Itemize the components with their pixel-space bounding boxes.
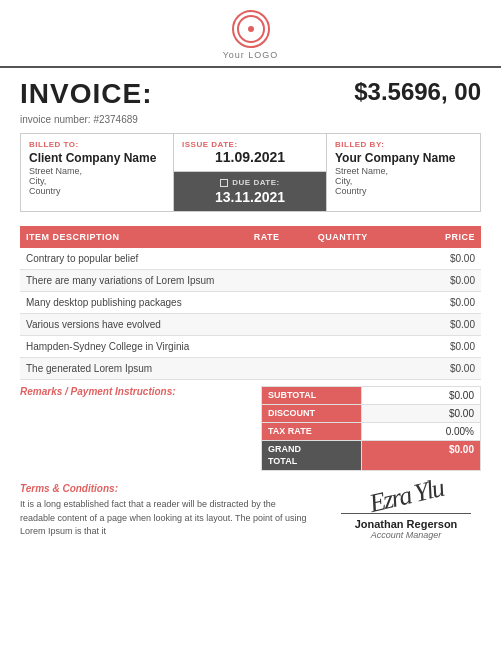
billed-to-value: Client Company Name bbox=[29, 151, 165, 165]
table-row: The generated Lorem Ipsum $0.00 bbox=[20, 358, 481, 380]
issue-date-cell: ISSUE DATE: 11.09.2021 bbox=[174, 134, 326, 172]
remarks-col: Remarks / Payment Instructions: bbox=[20, 386, 261, 471]
item-quantity bbox=[301, 358, 384, 380]
subtotal-value: $0.00 bbox=[362, 387, 481, 405]
due-date-cell: DUE DATE: 13.11.2021 bbox=[174, 172, 326, 211]
invoice-number: invoice number: #2374689 bbox=[0, 114, 501, 133]
col-price: PRICE bbox=[384, 226, 481, 248]
item-rate bbox=[232, 270, 301, 292]
terms-col: Terms & Conditions: It is a long establi… bbox=[20, 483, 331, 539]
item-quantity bbox=[301, 314, 384, 336]
tax-value: 0.00% bbox=[362, 423, 481, 441]
table-body: Contrary to popular belief $0.00 There a… bbox=[20, 248, 481, 380]
billed-to-sub: Street Name,City,Country bbox=[29, 166, 165, 196]
item-rate bbox=[232, 248, 301, 270]
terms-label: Terms & Conditions: bbox=[20, 483, 311, 494]
issue-date-value: 11.09.2021 bbox=[182, 149, 318, 165]
invoice-page: Your LOGO INVOICE: $3.5696, 00 invoice n… bbox=[0, 0, 501, 649]
item-price: $0.00 bbox=[384, 292, 481, 314]
billed-to-label: BILLED TO: bbox=[29, 140, 165, 149]
item-price: $0.00 bbox=[384, 358, 481, 380]
table-row: Various versions have evolved $0.00 bbox=[20, 314, 481, 336]
signature-col: Ezra Ylu Jonathan Regerson Account Manag… bbox=[331, 483, 481, 540]
billed-by-value: Your Company Name bbox=[335, 151, 472, 165]
signature-name: Jonathan Regerson bbox=[355, 518, 458, 530]
billing-grid: BILLED TO: Client Company Name Street Na… bbox=[20, 133, 481, 212]
item-quantity bbox=[301, 248, 384, 270]
discount-label: DISCOUNT bbox=[262, 405, 362, 423]
item-description: Many desktop publishing packages bbox=[20, 292, 232, 314]
discount-row: DISCOUNT $0.00 bbox=[262, 405, 481, 423]
item-rate bbox=[232, 292, 301, 314]
signature-role: Account Manager bbox=[371, 530, 442, 540]
items-table-wrap: iTEM DESCRIPTION RATE QUANTITY PRICE Con… bbox=[20, 226, 481, 380]
subtotal-label: SUBTOTAL bbox=[262, 387, 362, 405]
item-rate bbox=[232, 336, 301, 358]
grand-total-label: GRANDTOTAL bbox=[262, 441, 362, 471]
tax-label: TAX RATE bbox=[262, 423, 362, 441]
remarks-label: Remarks / Payment Instructions: bbox=[20, 386, 251, 397]
item-description: Contrary to popular belief bbox=[20, 248, 232, 270]
table-row: There are many variations of Lorem Ipsum… bbox=[20, 270, 481, 292]
grand-total-row: GRANDTOTAL $0.00 bbox=[262, 441, 481, 471]
item-description: There are many variations of Lorem Ipsum bbox=[20, 270, 232, 292]
terms-text: It is a long established fact that a rea… bbox=[20, 498, 311, 539]
terms-section: Terms & Conditions: It is a long establi… bbox=[20, 483, 481, 540]
item-price: $0.00 bbox=[384, 314, 481, 336]
totals-table: SUBTOTAL $0.00 DISCOUNT $0.00 TAX RATE 0… bbox=[261, 386, 481, 471]
logo-text: Your LOGO bbox=[223, 50, 279, 60]
header: Your LOGO bbox=[0, 0, 501, 68]
table-header-row: iTEM DESCRIPTION RATE QUANTITY PRICE bbox=[20, 226, 481, 248]
item-quantity bbox=[301, 270, 384, 292]
invoice-title-row: INVOICE: $3.5696, 00 bbox=[0, 68, 501, 114]
billed-to-cell: BILLED TO: Client Company Name Street Na… bbox=[21, 134, 174, 211]
due-date-label: DUE DATE: bbox=[220, 178, 279, 187]
dates-cell: ISSUE DATE: 11.09.2021 DUE DATE: 13.11.2… bbox=[174, 134, 327, 211]
col-description: iTEM DESCRIPTION bbox=[20, 226, 232, 248]
item-price: $0.00 bbox=[384, 336, 481, 358]
col-quantity: QUANTITY bbox=[301, 226, 384, 248]
table-row: Contrary to popular belief $0.00 bbox=[20, 248, 481, 270]
item-quantity bbox=[301, 336, 384, 358]
item-description: Hampden-Sydney College in Virginia bbox=[20, 336, 232, 358]
item-rate bbox=[232, 358, 301, 380]
due-date-icon bbox=[220, 179, 228, 187]
table-row: Hampden-Sydney College in Virginia $0.00 bbox=[20, 336, 481, 358]
issue-date-label: ISSUE DATE: bbox=[182, 140, 318, 149]
table-row: Many desktop publishing packages $0.00 bbox=[20, 292, 481, 314]
signature-line bbox=[341, 513, 471, 514]
due-date-value: 13.11.2021 bbox=[215, 189, 285, 205]
item-description: The generated Lorem Ipsum bbox=[20, 358, 232, 380]
billed-by-label: BILLED BY: bbox=[335, 140, 472, 149]
subtotal-row: SUBTOTAL $0.00 bbox=[262, 387, 481, 405]
item-quantity bbox=[301, 292, 384, 314]
bottom-section: Remarks / Payment Instructions: SUBTOTAL… bbox=[20, 386, 481, 471]
billed-by-cell: BILLED BY: Your Company Name Street Name… bbox=[327, 134, 480, 211]
totals-col: SUBTOTAL $0.00 DISCOUNT $0.00 TAX RATE 0… bbox=[261, 386, 481, 471]
invoice-title: INVOICE: bbox=[20, 78, 152, 110]
item-rate bbox=[232, 314, 301, 336]
signature-image: Ezra Ylu bbox=[368, 480, 444, 512]
item-price: $0.00 bbox=[384, 248, 481, 270]
invoice-amount: $3.5696, 00 bbox=[354, 78, 481, 106]
tax-row: TAX RATE 0.00% bbox=[262, 423, 481, 441]
logo-icon bbox=[232, 10, 270, 48]
discount-value: $0.00 bbox=[362, 405, 481, 423]
col-rate: RATE bbox=[232, 226, 301, 248]
item-price: $0.00 bbox=[384, 270, 481, 292]
items-table: iTEM DESCRIPTION RATE QUANTITY PRICE Con… bbox=[20, 226, 481, 380]
item-description: Various versions have evolved bbox=[20, 314, 232, 336]
grand-total-value: $0.00 bbox=[362, 441, 481, 471]
billed-by-sub: Street Name,City,Country bbox=[335, 166, 472, 196]
